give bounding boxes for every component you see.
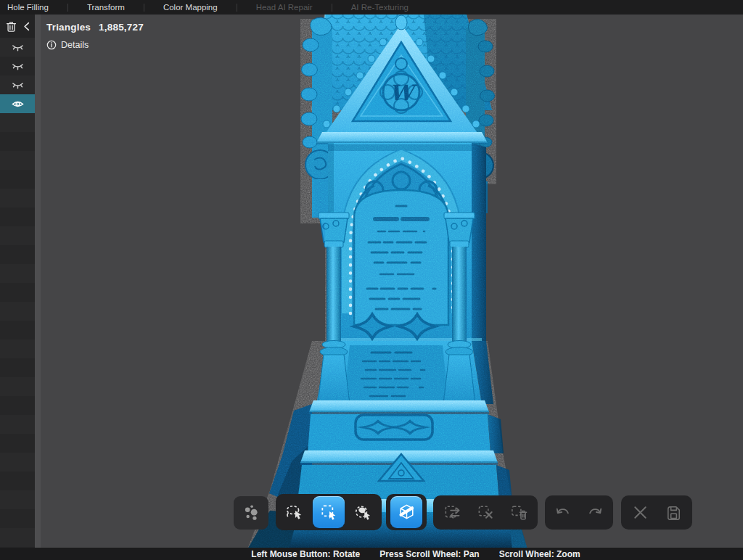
brush-select-button[interactable] <box>348 496 379 528</box>
deselect-icon <box>476 503 496 522</box>
deselect-all-button[interactable] <box>471 497 500 529</box>
layer-row-0[interactable] <box>0 38 35 57</box>
tab-hole-filling[interactable]: Hole Filling <box>0 0 67 15</box>
brush-select-icon <box>353 503 373 522</box>
layer-list <box>0 38 35 113</box>
lasso-select-icon <box>284 503 304 522</box>
layer-panel <box>0 15 35 548</box>
trash-icon[interactable] <box>5 20 17 33</box>
undo-button[interactable] <box>549 497 578 529</box>
toolbar-group-selection-edit <box>433 495 538 530</box>
monument-mesh: W <box>0 0 743 560</box>
app-window: W <box>0 0 743 560</box>
layer-row-1[interactable] <box>0 57 35 75</box>
delete-selection-icon <box>509 503 529 522</box>
triangles-value: 1,885,727 <box>99 22 144 33</box>
info-icon <box>46 40 57 50</box>
toolbar-group-point-display <box>234 496 268 530</box>
collapse-panel-icon[interactable] <box>22 21 33 32</box>
redo-button[interactable] <box>580 497 609 529</box>
mouse-hint-2: Scroll Wheel: Zoom <box>499 549 580 559</box>
save-icon <box>664 503 684 522</box>
undo-icon <box>553 503 572 522</box>
details-link[interactable]: Details <box>61 40 89 50</box>
layer-row-3[interactable] <box>0 94 35 113</box>
layer-panel-header <box>0 15 35 38</box>
toolbar-group-apply <box>621 495 692 530</box>
mouse-hint-0: Left Mouse Button: Rotate <box>251 549 360 559</box>
tab-head-ai-repair[interactable]: Head AI Repair <box>237 0 332 15</box>
invert-selection-icon <box>443 503 462 522</box>
rectangle-select-button[interactable] <box>313 496 345 528</box>
cube-through-icon <box>397 503 416 522</box>
toolbar-group-selection-tools <box>276 494 382 530</box>
redo-icon <box>586 503 605 522</box>
model-canvas[interactable]: W <box>0 0 743 560</box>
tab-color-mapping[interactable]: Color Mapping <box>144 0 237 15</box>
top-tab-bar: Hole FillingTransformColor MappingHead A… <box>0 0 743 15</box>
panel-edge <box>35 15 41 548</box>
tab-transform[interactable]: Transform <box>68 0 144 15</box>
eye-closed-icon[interactable] <box>11 59 25 73</box>
mouse-hint-1: Press Scroll Wheel: Pan <box>379 549 479 559</box>
save-button[interactable] <box>659 497 688 529</box>
status-bar: Left Mouse Button: RotatePress Scroll Wh… <box>0 548 743 560</box>
eye-closed-icon[interactable] <box>11 41 25 54</box>
eye-closed-icon[interactable] <box>11 78 25 92</box>
mesh-info-overlay: Triangles 1,885,727 Details <box>46 22 144 50</box>
rectangle-select-icon <box>319 503 339 522</box>
tab-ai-re-texturing[interactable]: AI Re-Texturing <box>332 0 427 15</box>
points-icon <box>242 503 261 523</box>
lasso-select-button[interactable] <box>279 496 311 528</box>
toolbar-group-history <box>545 495 613 530</box>
delete-selection-button[interactable] <box>504 497 533 529</box>
toolbar-group-select-through <box>386 494 427 530</box>
cancel-button[interactable] <box>625 497 654 529</box>
cancel-icon <box>631 503 650 522</box>
invert-selection-button[interactable] <box>438 497 467 529</box>
select-through-mesh-button[interactable] <box>390 496 422 528</box>
triangles-label: Triangles <box>46 22 91 33</box>
layer-row-2[interactable] <box>0 75 35 94</box>
eye-open-icon[interactable] <box>11 97 25 111</box>
point-cloud-display-button[interactable] <box>235 497 267 529</box>
